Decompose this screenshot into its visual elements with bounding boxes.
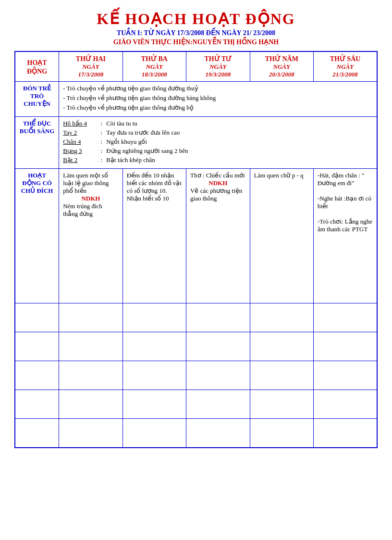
cell-thu5-hd: Làm quen chữ p - q: [250, 169, 313, 303]
list-item: Trò chuyện về phương tiện giao thông đườ…: [63, 85, 373, 92]
section-don-tre: ĐÓN TRẺ TRÒ CHUYỆN: [15, 82, 59, 117]
section-the-duc: THỂ DỤC BUỔI SÁNG: [15, 117, 59, 169]
col-header-thu3: THỨ BA NGÀY 18/3/2008: [122, 51, 186, 82]
row-empty-1: [15, 303, 377, 332]
list-item: Trò chuyện về phương tiện giao thông đườ…: [63, 94, 373, 102]
cell-thu6-hd: -Hát, đậm chân : " Đường em đi" -Nghe há…: [314, 169, 378, 303]
row-don-tre: ĐÓN TRẺ TRÒ CHUYỆN Trò chuyện về phương …: [15, 82, 377, 117]
row-empty-5: [15, 419, 377, 448]
col-header-thu2: THỨ HAI NGÀY 17/3/2008: [59, 51, 122, 82]
row-empty-2: [15, 332, 377, 361]
row-the-duc: THỂ DỤC BUỔI SÁNG Hô hấp 4 : Còi tàu tu …: [15, 117, 377, 169]
section-hoat-dong: HOẠT ĐỘNG CÓ CHỦ ĐÍCH: [15, 169, 59, 303]
exercise-tay: Tay 2 : Tay đưa ra trước đưa lên cao: [63, 129, 373, 137]
row-hoat-dong: HOẠT ĐỘNG CÓ CHỦ ĐÍCH Làm quen một số lu…: [15, 169, 377, 303]
row-empty-3: [15, 361, 377, 390]
col-header-thu4: THỨ TƯ NGÀY 19/3/2008: [186, 51, 250, 82]
exercise-hoHap: Hô hấp 4 : Còi tàu tu tu: [63, 120, 373, 127]
don-tre-list: Trò chuyện về phương tiện giao thông đườ…: [63, 85, 373, 112]
table-header-row: HOẠT ĐỘNG THỨ HAI NGÀY 17/3/2008 THỨ BA …: [15, 51, 377, 82]
cell-thu3-hd: Đếm đến 10 nhận biết các nhóm đồ vật có …: [122, 169, 186, 303]
col-header-thu5: THỨ NĂM NGÀY 20/3/2008: [250, 51, 313, 82]
cell-thu4-hd: Thơ : Chiếc cầu mới NDKH Vẽ các phương t…: [186, 169, 250, 303]
content-the-duc: Hô hấp 4 : Còi tàu tu tu Tay 2 : Tay đưa…: [59, 117, 377, 169]
exercise-bung: Bụng 3 : Đứng nghiêng người sang 2 bên: [63, 147, 373, 155]
page-header: KẾ HOẠCH HOẠT ĐỘNG Tuần I: Từ ngày 17/3/…: [14, 10, 378, 46]
exercise-chan: Chân 4 : Ngồi khuyu gối: [63, 138, 373, 146]
col-header-hoatdong: HOẠT ĐỘNG: [15, 51, 59, 82]
teacher-name: Giáo viên thực hiện:Nguyễn Thị Hồng Hạnh: [14, 38, 378, 46]
page-title: KẾ HOẠCH HOẠT ĐỘNG: [14, 10, 378, 28]
row-empty-4: [15, 390, 377, 419]
content-don-tre: Trò chuyện về phương tiện giao thông đườ…: [59, 82, 377, 117]
exercise-bat: Bật 2 : Bật tách khép chân: [63, 156, 373, 164]
col-header-thu6: THỨ SÁU NGÀY 21/3/2008: [314, 51, 378, 82]
main-table: HOẠT ĐỘNG THỨ HAI NGÀY 17/3/2008 THỨ BA …: [14, 51, 378, 448]
list-item: Trò chuyện về phương tiện giao thông đườ…: [63, 104, 373, 112]
subtitle: Tuần I: Từ ngày 17/3/2008 đến ngày 21/ 2…: [14, 29, 378, 37]
cell-thu2-hd: Làm quen một số luật lệ giao thông phổ b…: [59, 169, 122, 303]
